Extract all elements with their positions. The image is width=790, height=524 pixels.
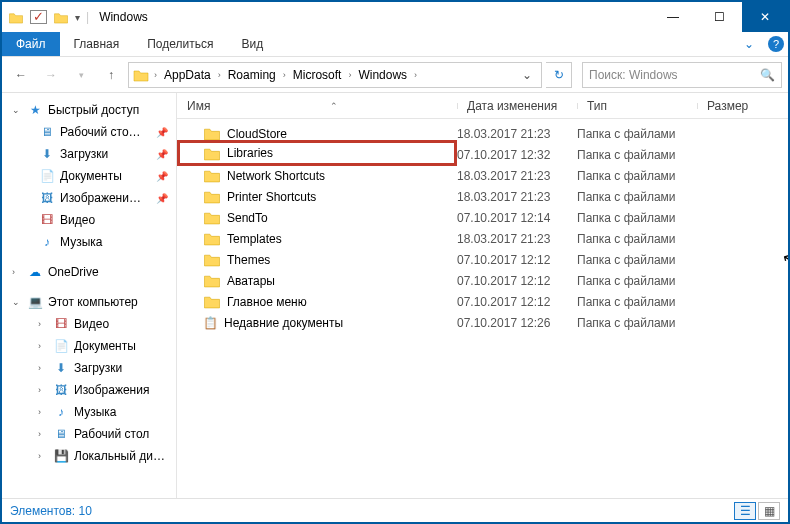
sidebar-item-label: Видео	[60, 213, 95, 227]
downloads-icon: ⬇	[38, 147, 56, 161]
chevron-right-icon[interactable]: ›	[280, 70, 289, 80]
images-icon: 🖼	[38, 191, 56, 205]
up-button[interactable]: ↑	[98, 62, 124, 88]
file-list: CloudStore 18.03.2017 21:23 Папка с файл…	[177, 119, 788, 498]
chevron-right-icon[interactable]: ›	[411, 70, 420, 80]
sidebar-item[interactable]: 📄 Документы 📌	[2, 165, 176, 187]
chevron-right-icon[interactable]: ›	[345, 70, 354, 80]
sidebar-item[interactable]: › 🎞 Видео	[2, 313, 176, 335]
qat-dropdown-icon[interactable]: ▾	[75, 12, 80, 23]
file-name: Libraries	[227, 146, 273, 160]
sidebar-this-pc[interactable]: ⌄ 💻 Этот компьютер	[2, 291, 176, 313]
file-row[interactable]: Network Shortcuts 18.03.2017 21:23 Папка…	[177, 165, 788, 186]
file-date: 07.10.2017 12:12	[457, 253, 577, 267]
expand-icon[interactable]: ›	[38, 429, 48, 439]
file-type: Папка с файлами	[577, 169, 697, 183]
close-button[interactable]: ✕	[742, 2, 788, 32]
history-dropdown[interactable]: ▾	[68, 62, 94, 88]
sidebar-quick-access[interactable]: ⌄ ★ Быстрый доступ	[2, 99, 176, 121]
file-row[interactable]: Аватары 07.10.2017 12:12 Папка с файлами	[177, 270, 788, 291]
chevron-right-icon[interactable]: ›	[151, 70, 160, 80]
refresh-button[interactable]: ↻	[546, 62, 572, 88]
back-button[interactable]: ←	[8, 62, 34, 88]
sidebar-item-label: Загрузки	[60, 147, 108, 161]
column-headers: Имя ⌃ Дата изменения Тип Размер	[177, 93, 788, 119]
titlebar: ✓ ▾ | Windows — ☐ ✕	[2, 2, 788, 32]
file-name: Network Shortcuts	[227, 169, 325, 183]
recent-icon: 📋	[203, 316, 218, 330]
tab-view[interactable]: Вид	[227, 32, 277, 56]
sidebar-item-label: Изображения	[74, 383, 149, 397]
pin-icon: 📌	[156, 127, 168, 138]
video-icon: 🎞	[38, 213, 56, 227]
file-row[interactable]: SendTo 07.10.2017 12:14 Папка с файлами	[177, 207, 788, 228]
column-type[interactable]: Тип	[577, 99, 697, 113]
expand-icon[interactable]: ›	[38, 319, 48, 329]
sidebar-item[interactable]: ⬇ Загрузки 📌	[2, 143, 176, 165]
sidebar-item[interactable]: 🖥 Рабочий сто… 📌	[2, 121, 176, 143]
sidebar-item[interactable]: ♪ Музыка	[2, 231, 176, 253]
folder-icon	[53, 11, 69, 24]
address-bar[interactable]: › AppData › Roaming › Microsoft › Window…	[128, 62, 542, 88]
tab-share[interactable]: Поделиться	[133, 32, 227, 56]
column-date[interactable]: Дата изменения	[457, 99, 577, 113]
qat-check-icon[interactable]: ✓	[30, 10, 47, 24]
expand-icon[interactable]: ›	[38, 407, 48, 417]
file-row[interactable]: Templates 18.03.2017 21:23 Папка с файла…	[177, 228, 788, 249]
expand-icon[interactable]: ›	[38, 385, 48, 395]
expand-icon[interactable]: ›	[12, 267, 22, 277]
file-row[interactable]: Главное меню 07.10.2017 12:12 Папка с фа…	[177, 291, 788, 312]
column-name[interactable]: Имя ⌃	[177, 99, 457, 113]
documents-icon: 📄	[52, 339, 70, 353]
pin-icon: 📌	[156, 171, 168, 182]
expand-icon[interactable]: ›	[38, 451, 48, 461]
breadcrumb[interactable]: Windows	[354, 68, 411, 82]
sidebar-item[interactable]: › 💾 Локальный ди…	[2, 445, 176, 467]
sidebar-item[interactable]: › ⬇ Загрузки	[2, 357, 176, 379]
file-row[interactable]: 📋 Недавние документы 07.10.2017 12:26 Па…	[177, 312, 788, 333]
window-title: Windows	[99, 10, 148, 24]
breadcrumb[interactable]: AppData	[160, 68, 215, 82]
ribbon-collapse-icon[interactable]: ⌄	[734, 32, 764, 56]
forward-button[interactable]: →	[38, 62, 64, 88]
help-button[interactable]: ?	[764, 32, 788, 56]
file-row[interactable]: Themes 07.10.2017 12:12 Папка с файлами	[177, 249, 788, 270]
file-type: Папка с файлами	[577, 316, 697, 330]
sidebar-onedrive[interactable]: › ☁ OneDrive	[2, 261, 176, 283]
file-type: Папка с файлами	[577, 295, 697, 309]
file-type: Папка с файлами	[577, 232, 697, 246]
sort-asc-icon: ⌃	[330, 101, 338, 111]
folder-icon	[203, 146, 221, 161]
sidebar-item-label: Музыка	[74, 405, 116, 419]
sidebar-item[interactable]: › 🖼 Изображения	[2, 379, 176, 401]
tab-home[interactable]: Главная	[60, 32, 134, 56]
sidebar-item[interactable]: › 🖥 Рабочий стол	[2, 423, 176, 445]
sidebar-item[interactable]: 🎞 Видео	[2, 209, 176, 231]
expand-icon[interactable]: ›	[38, 341, 48, 351]
collapse-icon[interactable]: ⌄	[12, 105, 22, 115]
collapse-icon[interactable]: ⌄	[12, 297, 22, 307]
sidebar-item[interactable]: 🖼 Изображени… 📌	[2, 187, 176, 209]
view-icons-button[interactable]: ▦	[758, 502, 780, 520]
file-row[interactable]: Printer Shortcuts 18.03.2017 21:23 Папка…	[177, 186, 788, 207]
address-dropdown-icon[interactable]: ⌄	[517, 68, 537, 82]
minimize-button[interactable]: —	[650, 2, 696, 32]
breadcrumb[interactable]: Roaming	[224, 68, 280, 82]
breadcrumb[interactable]: Microsoft	[289, 68, 346, 82]
column-size[interactable]: Размер	[697, 99, 777, 113]
sidebar-item[interactable]: › ♪ Музыка	[2, 401, 176, 423]
tab-file[interactable]: Файл	[2, 32, 60, 56]
chevron-right-icon[interactable]: ›	[215, 70, 224, 80]
folder-icon	[203, 189, 221, 204]
search-input[interactable]: Поиск: Windows 🔍	[582, 62, 782, 88]
maximize-button[interactable]: ☐	[696, 2, 742, 32]
file-row[interactable]: Libraries 07.10.2017 12:32 Папка с файла…	[177, 144, 788, 165]
explorer-window: ↖ ✓ ▾ | Windows — ☐ ✕ Файл Главная Подел…	[0, 0, 790, 524]
view-details-button[interactable]: ☰	[734, 502, 756, 520]
search-icon[interactable]: 🔍	[760, 68, 775, 82]
sidebar-item-label: Документы	[60, 169, 122, 183]
sidebar-item[interactable]: › 📄 Документы	[2, 335, 176, 357]
file-name: Templates	[227, 232, 282, 246]
status-text: Элементов: 10	[10, 504, 92, 518]
expand-icon[interactable]: ›	[38, 363, 48, 373]
